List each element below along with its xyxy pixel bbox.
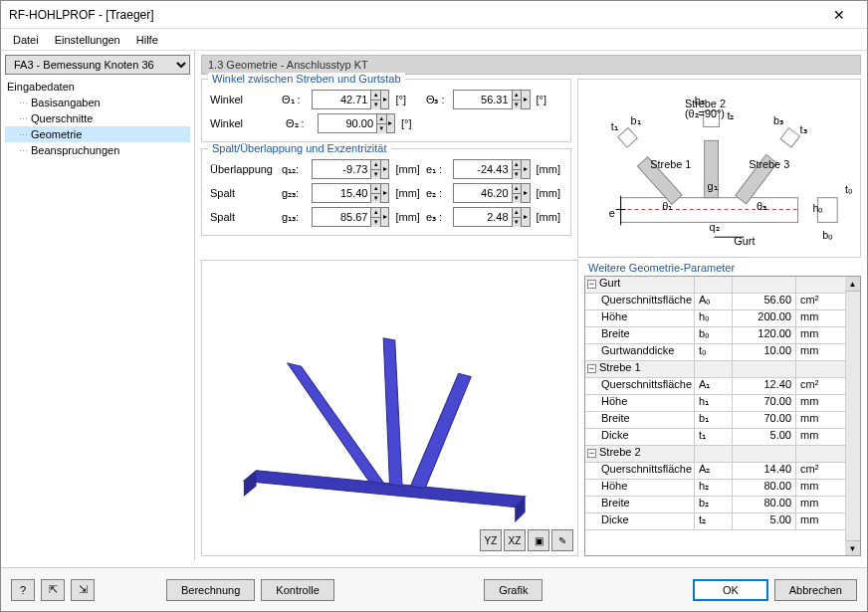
render-3d[interactable]: YZ XZ ▣ ✎ <box>201 260 578 556</box>
row-unit: [mm] <box>393 163 421 175</box>
section-header[interactable]: −Strebe 2 <box>585 446 845 463</box>
calc-button[interactable]: Berechnung <box>166 579 255 601</box>
section-header[interactable]: −Strebe 1 <box>585 361 845 378</box>
row-label: Überlappung <box>210 163 278 175</box>
tree-item-beanspruchungen[interactable]: Beanspruchungen <box>5 142 190 158</box>
value-field[interactable] <box>454 160 512 178</box>
row-unit2: [mm] <box>535 187 562 199</box>
graphic-button[interactable]: Grafik <box>484 579 542 601</box>
view-xz-button[interactable]: XZ <box>504 529 526 551</box>
scrollbar[interactable] <box>845 277 860 555</box>
row-symbol2: e₃ : <box>426 211 449 224</box>
cancel-button[interactable]: Abbrechen <box>774 579 857 601</box>
section-header[interactable]: −Gurt <box>585 277 845 294</box>
spin-down-icon[interactable]: ▼ <box>512 101 522 109</box>
value-field[interactable] <box>313 160 370 178</box>
spin-extra-icon[interactable]: ▸ <box>380 160 388 178</box>
spin-down-icon[interactable]: ▼ <box>512 194 522 203</box>
spin-extra-icon[interactable]: ▸ <box>380 208 388 226</box>
param-row: QuerschnittsflächeA₂14.40cm² <box>585 463 845 480</box>
spin-extra-icon[interactable]: ▸ <box>521 160 529 178</box>
tree-item-geometrie[interactable]: Geometrie <box>5 126 190 142</box>
spin-up-icon[interactable]: ▲ <box>370 184 380 194</box>
case-combo[interactable]: FA3 - Bemessung Knoten 36 <box>5 55 190 75</box>
import-icon[interactable]: ⇲ <box>71 579 95 601</box>
param-unit: cm² <box>796 378 845 394</box>
menu-settings[interactable]: Einstellungen <box>47 32 128 48</box>
help-icon[interactable]: ? <box>11 579 35 601</box>
spin-down-icon[interactable]: ▼ <box>512 218 522 227</box>
spin-input[interactable]: ▲▼▸ <box>312 183 389 203</box>
value-field[interactable] <box>313 91 370 108</box>
menu-file[interactable]: Datei <box>5 32 47 48</box>
row-label: Winkel <box>210 117 282 129</box>
param-unit: mm <box>796 429 845 445</box>
spin-up-icon[interactable]: ▲ <box>370 208 380 218</box>
param-unit: mm <box>796 395 845 411</box>
view-iso-button[interactable]: ▣ <box>528 529 549 551</box>
spin-down-icon[interactable]: ▼ <box>512 170 522 179</box>
scroll-up-icon[interactable]: ▲ <box>845 277 860 292</box>
value-field[interactable] <box>454 208 512 226</box>
param-row: QuerschnittsflächeA₀56.60cm² <box>585 294 845 310</box>
svg-marker-34 <box>288 363 384 484</box>
spin-input[interactable]: ▲▼▸ <box>318 113 395 133</box>
menu-help[interactable]: Hilfe <box>128 32 166 48</box>
spin-up-icon[interactable]: ▲ <box>370 91 380 101</box>
export-icon[interactable]: ⇱ <box>41 579 65 601</box>
spin-up-icon[interactable]: ▲ <box>512 160 522 170</box>
spin-input[interactable]: ▲▼▸ <box>453 207 531 227</box>
spin-extra-icon[interactable]: ▸ <box>380 184 388 202</box>
scroll-down-icon[interactable]: ▼ <box>845 540 860 555</box>
value-field[interactable] <box>454 184 512 202</box>
value-field[interactable] <box>313 184 370 202</box>
spin-down-icon[interactable]: ▼ <box>376 124 386 133</box>
tree-item-querschnitte[interactable]: Querschnitte <box>5 110 190 126</box>
check-button[interactable]: Kontrolle <box>261 579 333 601</box>
spin-up-icon[interactable]: ▲ <box>512 208 522 218</box>
value-field[interactable] <box>319 114 376 132</box>
spin-input[interactable]: ▲▼▸ <box>453 90 531 109</box>
param-row: Breiteb₁70.00mm <box>585 412 845 429</box>
spin-extra-icon[interactable]: ▸ <box>380 91 388 108</box>
spin-input[interactable]: ▲▼▸ <box>312 90 389 109</box>
param-unit: mm <box>796 513 845 529</box>
collapse-icon[interactable]: − <box>587 449 596 458</box>
spin-extra-icon[interactable]: ▸ <box>521 208 529 226</box>
param-row: Dicket₂5.00mm <box>585 513 845 530</box>
spin-input[interactable]: ▲▼▸ <box>312 159 389 179</box>
ok-button[interactable]: OK <box>693 579 768 601</box>
spin-extra-icon[interactable]: ▸ <box>386 114 394 132</box>
spin-up-icon[interactable]: ▲ <box>376 114 386 124</box>
spin-down-icon[interactable]: ▼ <box>370 101 380 109</box>
spin-down-icon[interactable]: ▼ <box>370 194 380 203</box>
spin-down-icon[interactable]: ▼ <box>370 218 380 227</box>
spin-up-icon[interactable]: ▲ <box>512 91 522 101</box>
spin-extra-icon[interactable]: ▸ <box>521 184 529 202</box>
spin-input[interactable]: ▲▼▸ <box>453 183 531 203</box>
tree-root[interactable]: Eingabedaten <box>5 79 190 95</box>
collapse-icon[interactable]: − <box>587 364 596 373</box>
spin-input[interactable]: ▲▼▸ <box>312 207 389 227</box>
param-label: Querschnittsfläche <box>585 463 695 479</box>
value-field[interactable] <box>313 208 370 226</box>
param-unit: mm <box>796 497 845 512</box>
value-field[interactable] <box>454 91 512 108</box>
input-row: Überlappungq₁₂:▲▼▸[mm]e₁ :▲▼▸[mm] <box>210 157 562 181</box>
spin-down-icon[interactable]: ▼ <box>370 170 380 179</box>
close-icon[interactable]: ✕ <box>819 7 859 23</box>
tree-item-basisangaben[interactable]: Basisangaben <box>5 95 190 110</box>
param-label: Dicke <box>585 513 695 529</box>
spin-up-icon[interactable]: ▲ <box>370 160 380 170</box>
view-yz-button[interactable]: YZ <box>480 529 502 551</box>
collapse-icon[interactable]: − <box>587 280 596 289</box>
window-title: RF-HOHLPROF - [Traeger] <box>9 8 819 22</box>
param-row: Höheh₀200.00mm <box>585 310 845 327</box>
params-table[interactable]: −GurtQuerschnittsflächeA₀56.60cm²Höheh₀2… <box>584 276 861 556</box>
svg-text:Strebe 1: Strebe 1 <box>650 158 691 170</box>
spin-extra-icon[interactable]: ▸ <box>521 91 529 108</box>
param-symbol: t₀ <box>695 344 733 360</box>
spin-input[interactable]: ▲▼▸ <box>453 159 531 179</box>
view-tool-button[interactable]: ✎ <box>551 529 573 551</box>
spin-up-icon[interactable]: ▲ <box>512 184 522 194</box>
